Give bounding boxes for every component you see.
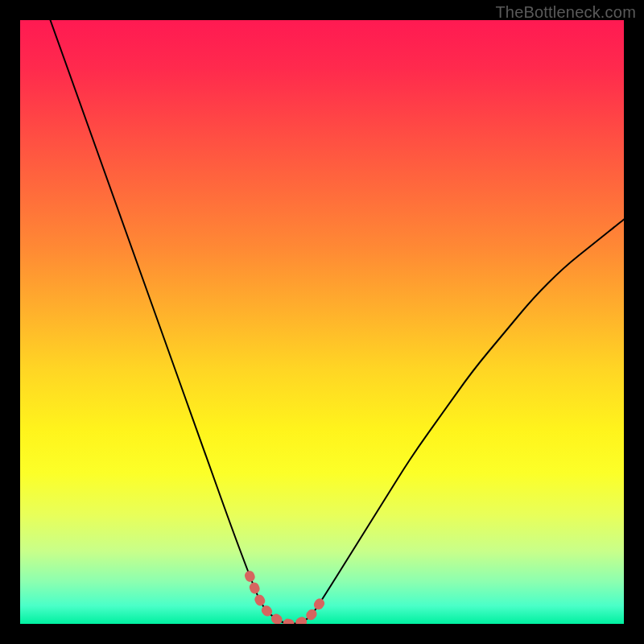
plot-area (20, 20, 624, 624)
chart-curve (20, 20, 624, 624)
chart-frame: TheBottleneck.com (0, 0, 644, 644)
optimal-range-highlight (250, 576, 322, 624)
bottleneck-curve (51, 20, 625, 624)
watermark-text: TheBottleneck.com (495, 3, 636, 22)
